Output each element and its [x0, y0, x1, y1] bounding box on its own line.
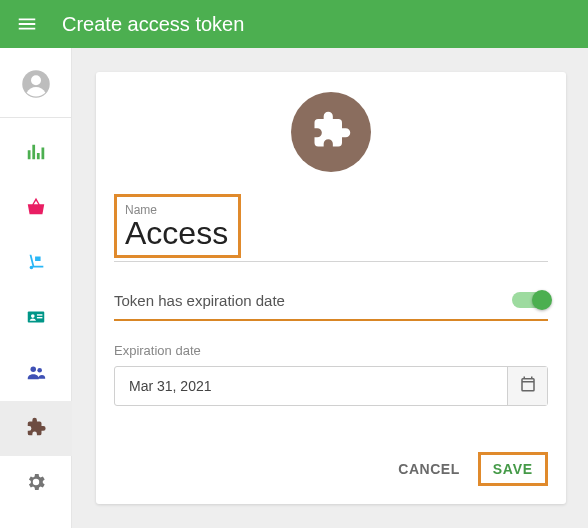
svg-point-3 [30, 314, 34, 318]
switch-knob [532, 290, 552, 310]
name-input[interactable]: Access [125, 217, 228, 251]
sidebar-item-basket[interactable] [0, 181, 72, 236]
svg-point-1 [31, 75, 41, 85]
expiration-date-field[interactable]: Mar 31, 2021 [114, 366, 548, 406]
app-header: Create access token [0, 0, 588, 48]
calendar-button[interactable] [507, 367, 547, 405]
name-field[interactable]: Name Access [114, 194, 241, 258]
people-icon [25, 361, 47, 387]
save-button[interactable]: SAVE [478, 452, 548, 486]
form-emblem [291, 92, 371, 172]
basket-icon [25, 196, 47, 222]
toggle-label: Token has expiration date [114, 292, 285, 309]
content-area: Name Access Token has expiration date Ex… [72, 48, 588, 528]
hand-truck-icon [25, 251, 47, 277]
puzzle-icon [309, 108, 353, 156]
form-actions: CANCEL SAVE [114, 452, 548, 486]
sidebar-item-settings[interactable] [0, 456, 72, 511]
form-card: Name Access Token has expiration date Ex… [96, 72, 566, 504]
gear-icon [25, 471, 47, 497]
page-title: Create access token [62, 13, 244, 36]
id-card-icon [25, 306, 47, 332]
expiration-date-value[interactable]: Mar 31, 2021 [115, 367, 507, 405]
calendar-icon [519, 375, 537, 397]
puzzle-icon [25, 416, 47, 442]
sidebar-item-shipping[interactable] [0, 236, 72, 291]
svg-point-6 [30, 366, 36, 372]
user-circle-icon [21, 69, 51, 103]
svg-point-7 [37, 367, 42, 372]
sidebar-item-profile[interactable] [0, 58, 72, 113]
expiration-toggle-row: Token has expiration date [114, 292, 548, 321]
field-underline [114, 261, 548, 262]
expiration-toggle[interactable] [512, 292, 548, 308]
divider [0, 117, 71, 118]
sidebar-item-users[interactable] [0, 346, 72, 401]
sidebar [0, 48, 72, 528]
expiration-date-label: Expiration date [114, 343, 548, 358]
sidebar-item-analytics[interactable] [0, 126, 72, 181]
sidebar-item-integrations[interactable] [0, 401, 72, 456]
svg-rect-4 [36, 314, 41, 315]
menu-icon[interactable] [16, 13, 38, 35]
cancel-button[interactable]: CANCEL [398, 461, 459, 477]
bar-chart-icon [25, 141, 47, 167]
svg-rect-5 [36, 317, 41, 318]
sidebar-item-customers[interactable] [0, 291, 72, 346]
